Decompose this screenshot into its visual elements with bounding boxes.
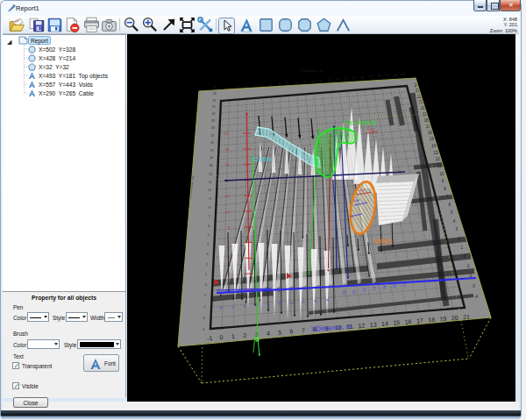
svg-text:13: 13 — [370, 321, 377, 328]
svg-text:17: 17 — [210, 134, 214, 138]
svg-text:18: 18 — [428, 317, 435, 324]
svg-text:Voids: Voids — [373, 237, 392, 246]
svg-text:23: 23 — [213, 92, 217, 96]
svg-text:t=1.2: t=1.2 — [367, 128, 375, 132]
svg-text:17: 17 — [369, 75, 373, 79]
svg-text:18: 18 — [211, 126, 215, 130]
svg-text:v=2: v=2 — [359, 189, 365, 192]
svg-text:0: 0 — [219, 334, 224, 340]
svg-text:16: 16 — [404, 318, 411, 325]
svg-text:x Distance, m: x Distance, m — [301, 68, 323, 73]
svg-text:10: 10 — [225, 210, 230, 214]
svg-text:1: 1 — [205, 273, 207, 276]
svg-text:7: 7 — [287, 82, 288, 86]
svg-text:-1: -1 — [207, 335, 213, 342]
svg-text:10: 10 — [311, 80, 315, 83]
svg-text:Top objects: Top objects — [344, 118, 377, 126]
svg-text:XDistance, m: XDistance, m — [311, 323, 352, 333]
svg-text:2: 2 — [206, 263, 208, 267]
svg-text:19: 19 — [211, 119, 215, 123]
svg-text:4: 4 — [207, 243, 209, 246]
svg-text:2: 2 — [243, 332, 247, 338]
svg-text:-3: -3 — [472, 284, 475, 288]
svg-text:7: 7 — [302, 327, 306, 333]
svg-text:20: 20 — [212, 112, 216, 116]
svg-text:16: 16 — [225, 162, 230, 167]
svg-text:13: 13 — [434, 151, 439, 155]
svg-text:5: 5 — [270, 83, 272, 87]
svg-text:10: 10 — [439, 172, 444, 176]
svg-text:10: 10 — [208, 189, 211, 192]
svg-text:12: 12 — [358, 322, 365, 329]
svg-text:14: 14 — [431, 144, 437, 148]
svg-text:12: 12 — [209, 173, 212, 176]
svg-text:15: 15 — [352, 76, 356, 80]
svg-text:0: 0 — [205, 283, 207, 287]
svg-text:16: 16 — [360, 76, 364, 80]
svg-text:-1: -1 — [203, 294, 206, 297]
svg-text:18: 18 — [377, 75, 380, 78]
svg-text:12: 12 — [327, 79, 331, 82]
svg-text:13: 13 — [336, 78, 339, 82]
svg-text:9: 9 — [210, 197, 211, 201]
svg-text:24: 24 — [213, 86, 217, 89]
svg-text:14: 14 — [210, 156, 213, 160]
svg-text:6: 6 — [289, 328, 294, 334]
svg-text:6: 6 — [208, 224, 210, 228]
svg-text:12: 12 — [225, 194, 230, 198]
svg-text:11: 11 — [437, 164, 442, 168]
svg-text:20: 20 — [394, 74, 397, 77]
svg-text:8: 8 — [209, 206, 210, 210]
svg-text:11: 11 — [209, 181, 212, 184]
svg-text:5: 5 — [278, 329, 282, 335]
svg-text:11: 11 — [319, 80, 323, 83]
svg-text:15: 15 — [393, 319, 400, 326]
svg-text:21: 21 — [402, 73, 405, 76]
svg-text:18: 18 — [224, 147, 229, 152]
svg-text:-2: -2 — [203, 305, 205, 309]
svg-text:5: 5 — [208, 233, 210, 237]
svg-text:22: 22 — [212, 99, 216, 103]
svg-text:-4: -4 — [474, 295, 478, 299]
svg-text:17: 17 — [416, 317, 423, 324]
svg-text:Cable: Cable — [253, 155, 272, 163]
svg-text:-1: -1 — [466, 264, 469, 268]
svg-text:-3: -3 — [203, 317, 205, 320]
svg-text:9: 9 — [303, 81, 305, 84]
svg-text:6: 6 — [279, 82, 281, 86]
svg-text:21: 21 — [212, 105, 216, 109]
svg-text:12: 12 — [436, 157, 441, 161]
svg-text:15: 15 — [210, 149, 214, 153]
svg-text:20: 20 — [224, 132, 229, 136]
svg-text:15: 15 — [430, 137, 435, 141]
svg-text:h=9: h=9 — [354, 199, 359, 203]
svg-text:3: 3 — [207, 253, 209, 256]
svg-text:19: 19 — [386, 74, 389, 77]
svg-text:7: 7 — [209, 215, 210, 218]
svg-text:8: 8 — [295, 82, 297, 85]
svg-text:14: 14 — [344, 77, 347, 81]
svg-text:13: 13 — [210, 164, 213, 167]
svg-text:4: 4 — [267, 331, 271, 337]
svg-text:14: 14 — [381, 320, 388, 327]
svg-text:1: 1 — [231, 333, 236, 339]
